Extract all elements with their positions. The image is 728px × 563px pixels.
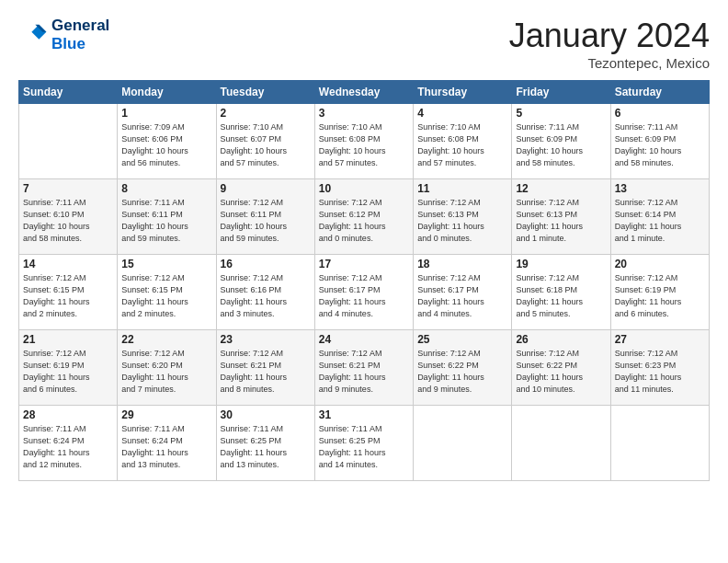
day-info: Sunrise: 7:12 AM Sunset: 6:11 PM Dayligh… [221, 197, 311, 245]
day-number: 9 [221, 182, 311, 195]
day-number: 8 [121, 182, 211, 195]
calendar-cell: 19Sunrise: 7:12 AM Sunset: 6:18 PM Dayli… [512, 255, 610, 330]
calendar-cell: 1Sunrise: 7:09 AM Sunset: 6:06 PM Daylig… [118, 104, 216, 179]
day-number: 25 [417, 333, 507, 346]
calendar-cell: 2Sunrise: 7:10 AM Sunset: 6:07 PM Daylig… [216, 104, 314, 179]
day-info: Sunrise: 7:12 AM Sunset: 6:17 PM Dayligh… [319, 272, 409, 320]
calendar-cell: 11Sunrise: 7:12 AM Sunset: 6:13 PM Dayli… [414, 179, 512, 255]
header: General Blue January 2024 Tezontepec, Me… [18, 17, 710, 71]
day-info: Sunrise: 7:11 AM Sunset: 6:24 PM Dayligh… [23, 423, 113, 471]
calendar-cell [414, 406, 512, 481]
day-number: 28 [23, 408, 113, 421]
day-number: 16 [221, 258, 311, 270]
day-number: 22 [121, 333, 211, 346]
day-number: 17 [319, 258, 409, 270]
day-header-monday: Monday [118, 81, 216, 104]
calendar-cell: 16Sunrise: 7:12 AM Sunset: 6:16 PM Dayli… [216, 255, 314, 330]
day-number: 7 [23, 182, 113, 195]
day-info: Sunrise: 7:12 AM Sunset: 6:20 PM Dayligh… [121, 348, 211, 396]
calendar-cell: 25Sunrise: 7:12 AM Sunset: 6:22 PM Dayli… [414, 330, 512, 406]
calendar-cell: 5Sunrise: 7:11 AM Sunset: 6:09 PM Daylig… [512, 104, 610, 179]
day-number: 14 [23, 258, 113, 270]
calendar-cell: 27Sunrise: 7:12 AM Sunset: 6:23 PM Dayli… [610, 330, 709, 406]
calendar-cell: 13Sunrise: 7:12 AM Sunset: 6:14 PM Dayli… [610, 179, 709, 255]
calendar-cell: 31Sunrise: 7:11 AM Sunset: 6:25 PM Dayli… [314, 406, 413, 481]
page: General Blue January 2024 Tezontepec, Me… [0, 0, 728, 563]
day-info: Sunrise: 7:12 AM Sunset: 6:13 PM Dayligh… [417, 197, 507, 245]
day-info: Sunrise: 7:10 AM Sunset: 6:07 PM Dayligh… [221, 121, 311, 169]
logo-text: General Blue [51, 17, 109, 52]
day-number: 2 [221, 107, 311, 120]
calendar-table: SundayMondayTuesdayWednesdayThursdayFrid… [18, 80, 710, 481]
day-info: Sunrise: 7:11 AM Sunset: 6:25 PM Dayligh… [319, 423, 409, 471]
day-info: Sunrise: 7:12 AM Sunset: 6:12 PM Dayligh… [319, 197, 409, 245]
day-number: 11 [417, 182, 507, 195]
day-number: 10 [319, 182, 409, 195]
day-info: Sunrise: 7:12 AM Sunset: 6:19 PM Dayligh… [615, 272, 705, 320]
day-number: 1 [121, 107, 211, 120]
calendar-cell: 17Sunrise: 7:12 AM Sunset: 6:17 PM Dayli… [314, 255, 413, 330]
day-header-saturday: Saturday [610, 81, 709, 104]
calendar-cell: 12Sunrise: 7:12 AM Sunset: 6:13 PM Dayli… [512, 179, 610, 255]
day-number: 24 [319, 333, 409, 346]
day-info: Sunrise: 7:12 AM Sunset: 6:22 PM Dayligh… [417, 348, 507, 396]
day-header-wednesday: Wednesday [314, 81, 413, 104]
day-info: Sunrise: 7:12 AM Sunset: 6:15 PM Dayligh… [121, 272, 211, 320]
calendar-cell: 7Sunrise: 7:11 AM Sunset: 6:10 PM Daylig… [19, 179, 118, 255]
month-title: January 2024 [509, 17, 710, 55]
day-header-sunday: Sunday [19, 81, 118, 104]
day-number: 13 [615, 182, 705, 195]
day-number: 26 [516, 333, 606, 346]
calendar-week-1: 1Sunrise: 7:09 AM Sunset: 6:06 PM Daylig… [19, 104, 710, 179]
calendar-cell: 15Sunrise: 7:12 AM Sunset: 6:15 PM Dayli… [118, 255, 216, 330]
day-number: 4 [417, 107, 507, 120]
day-info: Sunrise: 7:12 AM Sunset: 6:22 PM Dayligh… [516, 348, 606, 396]
day-number: 12 [516, 182, 606, 195]
day-info: Sunrise: 7:12 AM Sunset: 6:15 PM Dayligh… [23, 272, 113, 320]
day-number: 23 [221, 333, 311, 346]
location: Tezontepec, Mexico [509, 55, 710, 71]
calendar-cell: 30Sunrise: 7:11 AM Sunset: 6:25 PM Dayli… [216, 406, 314, 481]
day-info: Sunrise: 7:11 AM Sunset: 6:24 PM Dayligh… [121, 423, 211, 471]
calendar-cell: 6Sunrise: 7:11 AM Sunset: 6:09 PM Daylig… [610, 104, 709, 179]
day-info: Sunrise: 7:12 AM Sunset: 6:14 PM Dayligh… [615, 197, 705, 245]
title-block: January 2024 Tezontepec, Mexico [509, 17, 710, 71]
calendar-cell: 24Sunrise: 7:12 AM Sunset: 6:21 PM Dayli… [314, 330, 413, 406]
logo-icon [18, 20, 48, 50]
day-number: 19 [516, 258, 606, 270]
day-info: Sunrise: 7:10 AM Sunset: 6:08 PM Dayligh… [319, 121, 409, 169]
calendar-cell: 9Sunrise: 7:12 AM Sunset: 6:11 PM Daylig… [216, 179, 314, 255]
day-info: Sunrise: 7:11 AM Sunset: 6:25 PM Dayligh… [221, 423, 311, 471]
calendar-cell: 26Sunrise: 7:12 AM Sunset: 6:22 PM Dayli… [512, 330, 610, 406]
day-info: Sunrise: 7:11 AM Sunset: 6:09 PM Dayligh… [615, 121, 705, 169]
calendar-week-3: 14Sunrise: 7:12 AM Sunset: 6:15 PM Dayli… [19, 255, 710, 330]
day-number: 30 [221, 408, 311, 421]
day-info: Sunrise: 7:10 AM Sunset: 6:08 PM Dayligh… [417, 121, 507, 169]
calendar-week-5: 28Sunrise: 7:11 AM Sunset: 6:24 PM Dayli… [19, 406, 710, 481]
calendar-cell: 18Sunrise: 7:12 AM Sunset: 6:17 PM Dayli… [414, 255, 512, 330]
day-number: 29 [121, 408, 211, 421]
logo: General Blue [18, 17, 109, 52]
calendar-cell [610, 406, 709, 481]
calendar-cell [19, 104, 118, 179]
day-number: 6 [615, 107, 705, 120]
day-number: 27 [615, 333, 705, 346]
day-info: Sunrise: 7:12 AM Sunset: 6:23 PM Dayligh… [615, 348, 705, 396]
day-header-tuesday: Tuesday [216, 81, 314, 104]
calendar-header-row: SundayMondayTuesdayWednesdayThursdayFrid… [19, 81, 710, 104]
calendar-cell: 14Sunrise: 7:12 AM Sunset: 6:15 PM Dayli… [19, 255, 118, 330]
day-number: 18 [417, 258, 507, 270]
day-info: Sunrise: 7:12 AM Sunset: 6:18 PM Dayligh… [516, 272, 606, 320]
calendar-week-4: 21Sunrise: 7:12 AM Sunset: 6:19 PM Dayli… [19, 330, 710, 406]
calendar-cell: 28Sunrise: 7:11 AM Sunset: 6:24 PM Dayli… [19, 406, 118, 481]
calendar-cell: 23Sunrise: 7:12 AM Sunset: 6:21 PM Dayli… [216, 330, 314, 406]
day-number: 31 [319, 408, 409, 421]
day-info: Sunrise: 7:11 AM Sunset: 6:09 PM Dayligh… [516, 121, 606, 169]
day-number: 21 [23, 333, 113, 346]
calendar-cell: 22Sunrise: 7:12 AM Sunset: 6:20 PM Dayli… [118, 330, 216, 406]
day-number: 5 [516, 107, 606, 120]
calendar-cell: 20Sunrise: 7:12 AM Sunset: 6:19 PM Dayli… [610, 255, 709, 330]
day-number: 20 [615, 258, 705, 270]
day-header-thursday: Thursday [414, 81, 512, 104]
day-info: Sunrise: 7:12 AM Sunset: 6:21 PM Dayligh… [221, 348, 311, 396]
